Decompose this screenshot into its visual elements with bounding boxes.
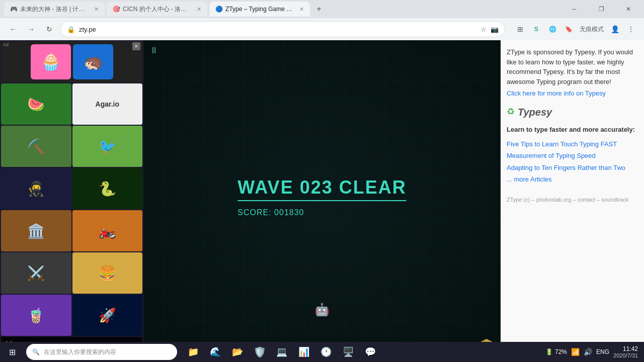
typesy-logo: ♻ Typesy	[507, 105, 638, 120]
taskbar-app-clock[interactable]: 🕐	[316, 342, 336, 362]
ad-banner: Ad 🧁 🦔 ✕	[1, 41, 142, 82]
star-icon[interactable]: ☆	[480, 26, 487, 33]
taskbar-search[interactable]: 🔍 在这里输入你要搜索的内容	[26, 344, 177, 360]
camera-icon[interactable]: 📷	[491, 26, 499, 33]
lock-icon: 🔒	[67, 26, 75, 33]
taskbar-apps: 📁 🌊 📂 🛡️ 💻 📊 🕐 🖥️ 💬	[183, 342, 380, 362]
tab-1[interactable]: 🎮 未来的大神 - 洛谷 | 计算机科学... ✕	[4, 2, 105, 17]
taskbar-app-monitor[interactable]: 🖥️	[338, 342, 358, 362]
link-more[interactable]: ... more Articles	[507, 173, 638, 185]
game-thumb-slither-icon: 🐍	[72, 168, 143, 209]
taskbar-app-msg[interactable]: 💬	[360, 342, 380, 362]
window-controls: ─ ❐ ✕	[562, 2, 640, 17]
link-1[interactable]: Five Tips to Learn Touch Typing FAST	[507, 138, 638, 150]
tab-1-label: 未来的大神 - 洛谷 | 计算机科学...	[20, 5, 89, 14]
wave-clear-container: WAVE 023 CLEAR SCORE: 001830	[237, 177, 406, 217]
game-canvas: ⏸ WAVE 023 CLEAR SCORE: 001830 🤖 3	[143, 40, 501, 362]
taskbar-app-folder[interactable]: 📂	[227, 342, 248, 362]
game-thumb-fruit-ninja-icon: 🍉	[1, 83, 71, 125]
taskbar-app-chrome[interactable]: 🛡️	[250, 342, 270, 362]
tab-3-close[interactable]: ✕	[299, 6, 304, 13]
game-thumb-slither[interactable]: 🐍	[72, 168, 143, 209]
game-thumb-minecraft[interactable]: ⛏️	[1, 126, 71, 167]
extensions-icon[interactable]: ⊞	[513, 22, 527, 36]
game-thumb-moto[interactable]: 🏍️	[72, 210, 143, 251]
game-thumb-sonic[interactable]: 🦔	[73, 44, 113, 79]
game-thumb-boba[interactable]: 🧋	[1, 295, 71, 336]
close-button[interactable]: ✕	[617, 2, 640, 17]
typesy-logo-icon: ♻	[507, 105, 515, 119]
taskbar-app-edge[interactable]: 🌊	[205, 342, 225, 362]
wave-clear-text: WAVE 023 CLEAR	[237, 177, 406, 201]
taskbar-date: 2020/7/31	[613, 352, 638, 358]
links-section: Five Tips to Learn Touch Typing FAST Mea…	[507, 138, 638, 186]
typesy-promo: ZType is sponsored by Typesy. If you wou…	[507, 47, 638, 99]
link-3[interactable]: Adapting to Ten Fingers Rather than Two	[507, 162, 638, 173]
tab-3[interactable]: 🔵 ZType – Typing Game – Ty... ✕	[209, 2, 310, 17]
game-thumb-fruit-ninja[interactable]: 🍉	[1, 83, 71, 125]
refresh-button[interactable]: ↻	[42, 22, 56, 36]
menu-icon[interactable]: ⋮	[624, 22, 638, 36]
game-thumb-ninja-icon: 🥷	[1, 168, 71, 209]
restore-button[interactable]: ❐	[590, 2, 613, 17]
tab-3-favicon: 🔵	[215, 6, 222, 13]
score-value: 001830	[274, 208, 304, 217]
game-thumb-ninja[interactable]: 🥷	[1, 168, 71, 209]
game-thumb-minecraft-icon: ⛏️	[1, 126, 71, 167]
typesy-subtitle: Learn to type faster and more accurately…	[507, 125, 638, 135]
start-button[interactable]: ⊞	[0, 342, 24, 362]
game-thumb-angrybirds-icon: 🐦	[72, 126, 143, 167]
ext1-icon[interactable]: S	[529, 22, 543, 36]
left-sidebar: Ad 🧁 🦔 ✕ 🍉 Agar.io ⛏️ 🐦 🥷 🐍	[0, 40, 143, 362]
tab-1-close[interactable]: ✕	[94, 6, 99, 13]
taskbar-app-file-explorer[interactable]: 📁	[183, 342, 203, 362]
game-thumb-papa[interactable]: 🍔	[72, 252, 143, 294]
game-thumb-battle[interactable]: ⚔️	[1, 252, 71, 294]
ad-close-button[interactable]: ✕	[132, 42, 140, 50]
toolbar-icons: ⊞ S 🌐 🔖 无痕模式 👤 ⋮	[513, 22, 638, 36]
promo-link[interactable]: Click here for more info on Typesy	[507, 88, 606, 99]
volume-icon: 🔊	[584, 348, 592, 356]
game-thumb-angrybirds-space-icon: 🚀	[72, 295, 143, 336]
game-thumb-moto-icon: 🏍️	[72, 210, 143, 251]
title-bar: 🎮 未来的大神 - 洛谷 | 计算机科学... ✕ 🎯 CICN 的个人中心 -…	[0, 0, 644, 18]
forward-button[interactable]: →	[24, 22, 38, 36]
game-thumb-temple[interactable]: 🏛️	[1, 210, 71, 251]
battery-icon: 🔋	[545, 348, 553, 355]
game-thumb-cupcake[interactable]: 🧁	[31, 44, 71, 79]
minimize-button[interactable]: ─	[562, 2, 586, 17]
game-thumb-boba-icon: 🧋	[1, 295, 71, 336]
battery-section: 🔋 72%	[545, 348, 567, 355]
ext3-icon[interactable]: 🔖	[561, 22, 576, 36]
tab-2-close[interactable]: ✕	[197, 6, 201, 13]
link-2[interactable]: Measurement of Typing Speed	[507, 150, 638, 161]
taskbar-app-ppt[interactable]: 📊	[294, 342, 314, 362]
game-thumb-agario[interactable]: Agar.io	[72, 83, 143, 125]
new-tab-button[interactable]: +	[312, 2, 326, 16]
taskbar-right: 🔋 72% 📶 🔊 ENG 11:42 2020/7/31	[545, 345, 644, 358]
game-thumb-temple-icon: 🏛️	[1, 210, 71, 251]
score-label: SCORE:	[237, 208, 271, 217]
tab-2-favicon: 🎯	[113, 6, 120, 13]
taskbar-app-dev[interactable]: 💻	[272, 342, 292, 362]
account-icon[interactable]: 👤	[608, 22, 622, 36]
url-bar[interactable]: 🔒 zty.pe ☆ 📷	[60, 21, 505, 37]
main-content: Ad 🧁 🦔 ✕ 🍉 Agar.io ⛏️ 🐦 🥷 🐍	[0, 40, 644, 362]
promo-text: ZType is sponsored by Typesy. If you wou…	[507, 47, 638, 86]
pause-button[interactable]: ⏸	[149, 45, 158, 56]
game-thumb-angrybirds-space[interactable]: 🚀	[72, 295, 143, 336]
back-button[interactable]: ←	[6, 22, 20, 36]
taskbar-time: 11:42	[613, 345, 638, 352]
taskbar: ⊞ 🔍 在这里输入你要搜索的内容 📁 🌊 📂 🛡️ 💻 📊 🕐 🖥️ 💬 🔋 7…	[0, 342, 644, 362]
game-thumb-angrybirds[interactable]: 🐦	[72, 126, 143, 167]
browser-chrome: 🎮 未来的大神 - 洛谷 | 计算机科学... ✕ 🎯 CICN 的个人中心 -…	[0, 0, 644, 362]
language-label: ENG	[596, 348, 609, 355]
taskbar-search-icon: 🔍	[32, 348, 40, 355]
taskbar-clock: 11:42 2020/7/31	[613, 345, 638, 358]
score-text: SCORE: 001830	[237, 208, 406, 217]
address-bar: ← → ↻ 🔒 zty.pe ☆ 📷 ⊞ S 🌐 🔖 无痕模式 👤 ⋮	[0, 18, 644, 40]
game-thumb-agario-icon: Agar.io	[72, 83, 143, 125]
game-area[interactable]: ⏸ WAVE 023 CLEAR SCORE: 001830 🤖 3	[143, 40, 501, 362]
tab-2[interactable]: 🎯 CICN 的个人中心 - 洛谷 | 计算... ✕	[107, 2, 207, 17]
ext2-icon[interactable]: 🌐	[545, 22, 559, 36]
